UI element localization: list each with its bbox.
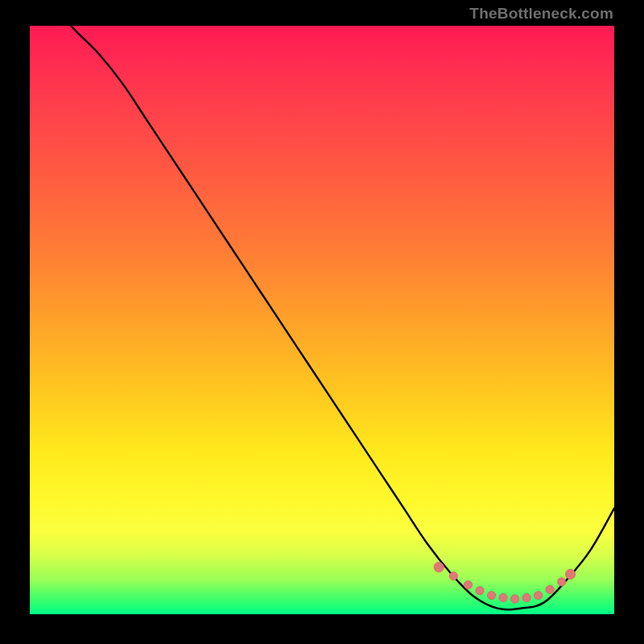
marker-dot	[449, 572, 457, 580]
marker-dot	[476, 587, 484, 595]
marker-dot	[546, 585, 554, 593]
marker-dot	[557, 578, 565, 586]
plot-area	[30, 26, 614, 614]
bottom-markers	[434, 562, 576, 603]
marker-dot	[565, 569, 575, 579]
marker-dot	[499, 593, 507, 601]
marker-dot	[464, 580, 472, 588]
bottleneck-curve	[30, 26, 614, 609]
chart-frame: TheBottleneck.com	[0, 0, 644, 644]
marker-dot	[434, 562, 444, 572]
marker-dot	[522, 593, 530, 601]
marker-dot	[510, 595, 518, 603]
marker-dot	[534, 591, 542, 599]
curve-layer	[30, 26, 614, 614]
marker-dot	[487, 591, 495, 599]
watermark-text: TheBottleneck.com	[469, 5, 613, 23]
